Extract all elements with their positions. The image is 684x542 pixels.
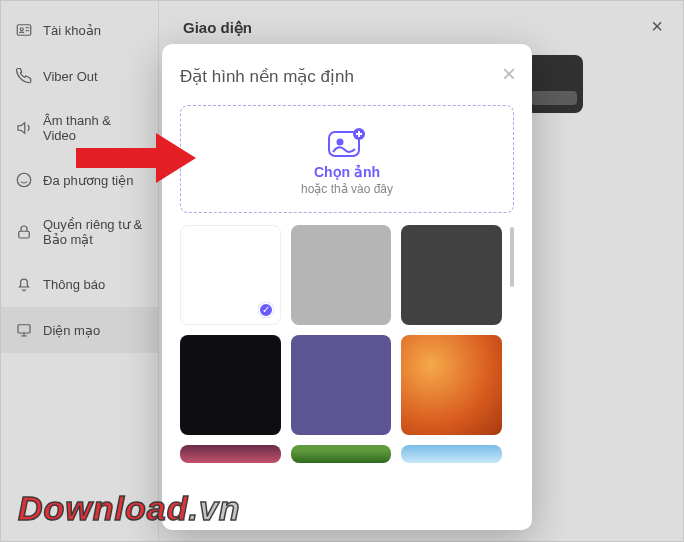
modal-title: Đặt hình nền mặc định — [180, 66, 514, 87]
svg-point-6 — [338, 140, 343, 145]
upload-title: Chọn ảnh — [191, 164, 503, 180]
scrollbar[interactable] — [510, 227, 514, 463]
close-icon[interactable]: × — [502, 62, 516, 86]
bg-thumb-black[interactable] — [180, 335, 281, 435]
upload-dropzone[interactable]: Chọn ảnh hoặc thả vào đây — [180, 105, 514, 213]
bg-thumb-sky[interactable] — [401, 445, 502, 463]
bg-thumb-dark[interactable] — [401, 225, 502, 325]
bg-thumb-purple[interactable] — [291, 335, 392, 435]
scrollbar-thumb[interactable] — [510, 227, 514, 287]
bg-thumb-green[interactable] — [291, 445, 392, 463]
bg-thumb-white[interactable] — [180, 225, 281, 325]
background-grid — [180, 225, 502, 463]
upload-subtitle: hoặc thả vào đây — [191, 182, 503, 196]
image-plus-icon — [327, 126, 367, 158]
bg-thumb-orange[interactable] — [401, 335, 502, 435]
default-background-modal: Đặt hình nền mặc định × Chọn ảnh hoặc th… — [162, 44, 532, 530]
bg-thumb-sunset[interactable] — [180, 445, 281, 463]
bg-thumb-grey[interactable] — [291, 225, 392, 325]
